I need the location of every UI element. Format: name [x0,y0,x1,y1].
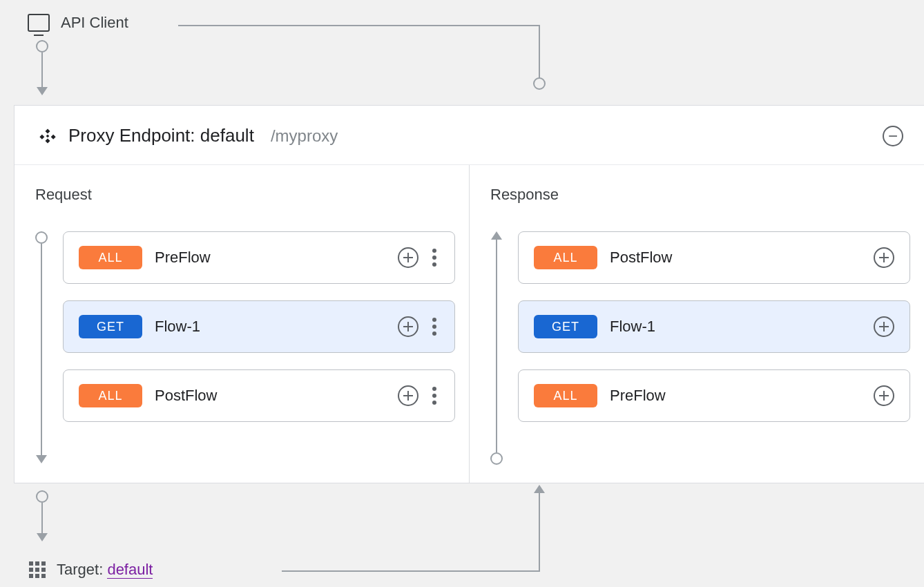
more-options-button[interactable] [430,384,439,407]
request-title: Request [35,186,455,204]
proxy-endpoint-header: Proxy Endpoint: default /myproxy − [15,106,924,165]
flow-card-flow1[interactable]: GET Flow-1 [518,300,910,353]
proxy-base-path: /myproxy [271,126,338,146]
more-options-button[interactable] [430,315,439,338]
more-options-button[interactable] [430,246,439,269]
proxy-body: Request ALL PreFlow GET Flow-1 [15,165,924,483]
add-policy-button[interactable] [874,385,894,406]
target-arrow-down [36,490,48,541]
response-title: Response [490,186,910,204]
request-arrow-down [36,40,48,95]
proxy-endpoint-card: Proxy Endpoint: default /myproxy − Reque… [14,105,924,483]
proxy-endpoint-icon [38,126,57,146]
flow-name: PostFlow [610,249,861,267]
flow-name: PreFlow [155,249,385,267]
flow-name: PreFlow [610,387,861,405]
target-label: Target: default [57,561,153,579]
proxy-endpoint-title: Proxy Endpoint: default [68,125,254,146]
target-link[interactable]: default [107,561,153,579]
pipeline-line [41,244,42,458]
pipeline-start-icon [35,231,48,244]
method-badge: ALL [534,246,597,269]
flow-card-postflow[interactable]: ALL PostFlow [518,231,910,284]
monitor-icon [28,14,50,32]
target-row: Target: default [29,561,153,579]
flow-name: Flow-1 [155,318,385,336]
proxy-title-prefix: Proxy Endpoint: [68,125,195,146]
connector-line [539,491,540,572]
add-policy-button[interactable] [874,247,894,268]
connector-line [539,25,540,79]
api-client-label: API Client [61,14,128,32]
method-badge: GET [534,315,597,338]
connector-line [178,25,540,26]
method-badge: ALL [79,384,142,407]
flow-card-postflow[interactable]: ALL PostFlow [63,369,455,422]
method-badge: ALL [79,246,142,269]
add-policy-button[interactable] [398,247,418,268]
method-badge: GET [79,315,142,338]
add-policy-button[interactable] [398,385,418,406]
flow-name: Flow-1 [610,318,861,336]
flow-name: PostFlow [155,387,385,405]
add-policy-button[interactable] [398,316,418,337]
add-policy-button[interactable] [874,316,894,337]
response-pipeline: ALL PostFlow GET Flow-1 ALL PreFlow [490,231,910,422]
api-client-row: API Client [28,14,128,32]
flow-card-preflow[interactable]: ALL PreFlow [518,369,910,422]
connector-node-icon [533,77,546,90]
response-panel: Response ALL PostFlow GET Flow-1 [470,165,924,483]
pipeline-line [496,238,497,452]
arrow-down-icon [36,455,47,463]
connector-line [282,570,540,572]
flow-card-preflow[interactable]: ALL PreFlow [63,231,455,284]
flow-card-flow1[interactable]: GET Flow-1 [63,300,455,353]
target-label-text: Target: [57,561,103,578]
method-badge: ALL [534,384,597,407]
request-panel: Request ALL PreFlow GET Flow-1 [15,165,470,483]
collapse-button[interactable]: − [883,126,903,146]
target-icon [29,561,46,578]
pipeline-start-icon [490,452,503,465]
proxy-name: default [200,125,254,146]
request-pipeline: ALL PreFlow GET Flow-1 ALL [35,231,455,422]
